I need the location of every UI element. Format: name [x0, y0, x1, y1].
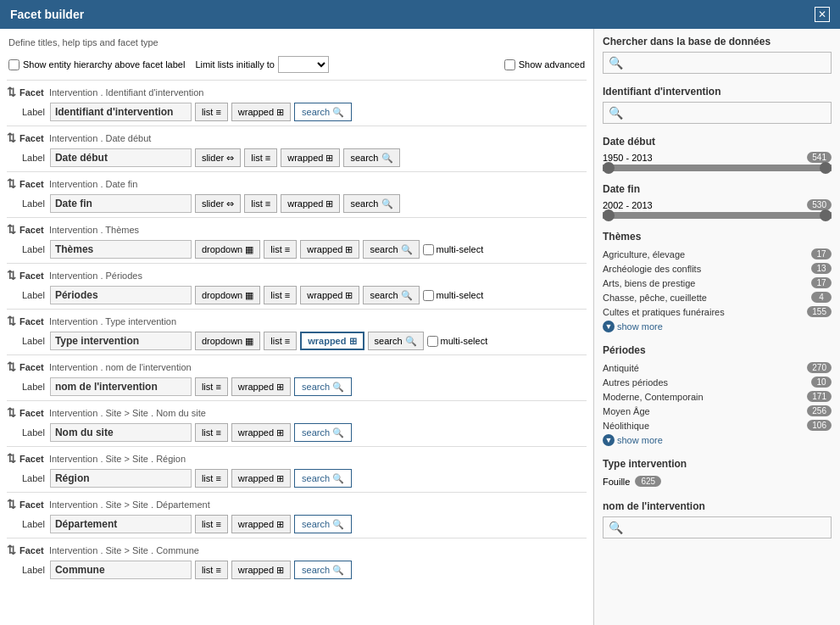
range-row-date-debut: 1950 - 2013 541: [603, 152, 832, 163]
rp-global-search-input[interactable]: [626, 58, 826, 68]
label-input-nom-intervention[interactable]: [50, 377, 192, 396]
list-item[interactable]: Antiquité 270: [603, 360, 832, 375]
list-btn-themes[interactable]: list ≡: [264, 240, 297, 259]
list-btn-periodes[interactable]: list ≡: [264, 286, 297, 304]
list-item[interactable]: Archéologie des conflits 13: [603, 261, 832, 276]
rp-global-search-title: Chercher dans la base de données: [603, 36, 832, 47]
list-btn-nom-site[interactable]: list ≡: [195, 423, 228, 442]
wrapped-btn-region[interactable]: wrapped ⊞: [231, 469, 291, 488]
show-more-periodes[interactable]: ▼ show more: [603, 434, 832, 446]
wrapped-btn-departement[interactable]: wrapped ⊞: [231, 515, 291, 533]
search-btn-nom-site[interactable]: search 🔍: [294, 423, 352, 442]
search-btn-periodes[interactable]: search 🔍: [363, 286, 419, 304]
multiselect-checkbox-type-intervention[interactable]: [427, 336, 438, 347]
wrapped-btn-date-fin[interactable]: wrapped ⊞: [281, 194, 340, 213]
wrapped-btn-nom-intervention[interactable]: wrapped ⊞: [231, 377, 291, 396]
multiselect-label-themes[interactable]: multi-select: [423, 244, 484, 255]
wrapped-btn-date-debut[interactable]: wrapped ⊞: [281, 148, 340, 167]
list-btn-commune[interactable]: list ≡: [195, 561, 228, 579]
label-input-date-debut[interactable]: [50, 148, 192, 167]
close-button[interactable]: ✕: [815, 7, 830, 22]
search-btn-region[interactable]: search 🔍: [294, 469, 352, 488]
list-item[interactable]: Chasse, pêche, cueillette 4: [603, 290, 832, 304]
label-input-date-fin[interactable]: [50, 194, 192, 213]
rp-search-input-nom-intervention[interactable]: [626, 522, 826, 533]
list-item[interactable]: Agriculture, élevage 17: [603, 247, 832, 261]
wrapped-btn-nom-site[interactable]: wrapped ⊞: [231, 423, 291, 442]
search-btn-themes[interactable]: search 🔍: [363, 240, 419, 259]
show-advanced-label[interactable]: Show advanced: [504, 59, 585, 70]
item-label: Chasse, pêche, cueillette: [603, 293, 707, 303]
type-item[interactable]: Fouille 625: [603, 474, 832, 488]
rp-search-box-identifiant[interactable]: 🔍: [603, 102, 832, 124]
range-start-date-fin: 2002 - 2013: [603, 200, 653, 210]
list-btn-departement[interactable]: list ≡: [195, 515, 228, 533]
sort-icon: ⇅: [7, 177, 16, 190]
item-label: Agriculture, élevage: [603, 249, 685, 259]
list-item[interactable]: Autres périodes 10: [603, 375, 832, 389]
wrapped-btn-periodes[interactable]: wrapped ⊞: [300, 286, 359, 304]
wrapped-btn-themes[interactable]: wrapped ⊞: [300, 240, 359, 259]
search-btn-identifiant[interactable]: search 🔍: [294, 103, 352, 121]
list-item[interactable]: Moderne, Contemporain 171: [603, 389, 832, 404]
slider-btn-date-debut[interactable]: slider ⇔: [195, 148, 241, 167]
label-input-periodes[interactable]: [50, 286, 192, 304]
list-btn-date-fin[interactable]: list ≡: [244, 194, 277, 213]
list-btn-date-debut[interactable]: list ≡: [244, 148, 277, 167]
rp-global-search-box[interactable]: 🔍: [603, 52, 832, 74]
wrapped-btn-commune[interactable]: wrapped ⊞: [231, 561, 291, 579]
dropdown-btn-type-intervention[interactable]: dropdown ▦: [195, 332, 260, 350]
limit-select[interactable]: [278, 56, 329, 73]
search-btn-date-debut[interactable]: search 🔍: [343, 148, 399, 167]
multiselect-checkbox-themes[interactable]: [423, 244, 434, 255]
search-btn-date-fin[interactable]: search 🔍: [343, 194, 399, 213]
search-btn-nom-intervention[interactable]: search 🔍: [294, 377, 352, 396]
label-input-nom-site[interactable]: [50, 423, 192, 442]
wrapped-btn-identifiant[interactable]: wrapped ⊞: [231, 103, 291, 121]
sort-icon: ⇅: [7, 86, 16, 98]
list-item[interactable]: Néolithique 106: [603, 418, 832, 432]
list-item[interactable]: Moyen Âge 256: [603, 404, 832, 418]
rp-title-periodes: Périodes: [603, 344, 832, 356]
list-btn-region[interactable]: list ≡: [195, 469, 228, 488]
rp-search-box-nom-intervention[interactable]: 🔍: [603, 516, 832, 539]
dropdown-btn-periodes[interactable]: dropdown ▦: [195, 286, 260, 304]
list-item[interactable]: Cultes et pratiques funéraires 155: [603, 304, 832, 319]
search-btn-type-intervention[interactable]: search 🔍: [368, 332, 424, 350]
label-input-identifiant[interactable]: [50, 103, 192, 121]
range-count-date-fin: 530: [807, 199, 832, 210]
facet-group-nom-intervention: ⇅ Facet Intervention . nom de l'interven…: [7, 354, 587, 400]
label-input-type-intervention[interactable]: [50, 332, 192, 350]
wrapped-btn-type-intervention[interactable]: wrapped ⊞: [300, 332, 364, 350]
show-advanced-checkbox[interactable]: [504, 59, 515, 70]
list-item[interactable]: Arts, biens de prestige 17: [603, 276, 832, 290]
show-more-themes[interactable]: ▼ show more: [603, 321, 832, 332]
slider-btn-date-fin[interactable]: slider ⇔: [195, 194, 241, 213]
facet-header-identifiant: ⇅ Facet Intervention . Identifiant d'int…: [7, 84, 587, 100]
search-btn-departement[interactable]: search 🔍: [294, 515, 352, 533]
range-bar-date-fin[interactable]: [603, 212, 832, 219]
label-input-themes[interactable]: [50, 240, 192, 259]
label-input-departement[interactable]: [50, 515, 192, 533]
facet-header-commune: ⇅ Facet Intervention . Site > Site . Com…: [7, 542, 587, 558]
range-bar-date-debut[interactable]: [603, 165, 832, 171]
facet-header-themes: ⇅ Facet Intervention . Thèmes: [7, 221, 587, 237]
multiselect-checkbox-periodes[interactable]: [423, 290, 434, 301]
show-hierarchy-label[interactable]: Show entity hierarchy above facet label: [8, 59, 185, 70]
multiselect-label-type-intervention[interactable]: multi-select: [427, 336, 488, 347]
rp-section-type-intervention: Type intervention Fouille 625: [603, 458, 832, 488]
multiselect-label-periodes[interactable]: multi-select: [423, 290, 484, 301]
options-row: Show entity hierarchy above facet label …: [7, 53, 587, 80]
list-btn-identifiant[interactable]: list ≡: [195, 103, 228, 121]
label-input-commune[interactable]: [50, 561, 192, 579]
label-input-region[interactable]: [50, 469, 192, 488]
rp-search-input-identifiant[interactable]: [626, 108, 826, 118]
facet-row-region: Label list ≡ wrapped ⊞ search 🔍: [7, 466, 587, 490]
list-btn-type-intervention[interactable]: list ≡: [264, 332, 297, 350]
show-hierarchy-checkbox[interactable]: [8, 59, 19, 70]
dropdown-btn-themes[interactable]: dropdown ▦: [195, 240, 260, 259]
list-btn-nom-intervention[interactable]: list ≡: [195, 377, 228, 396]
show-more-icon: ▼: [603, 321, 615, 332]
show-advanced-text: Show advanced: [519, 59, 585, 70]
search-btn-commune[interactable]: search 🔍: [294, 561, 352, 579]
